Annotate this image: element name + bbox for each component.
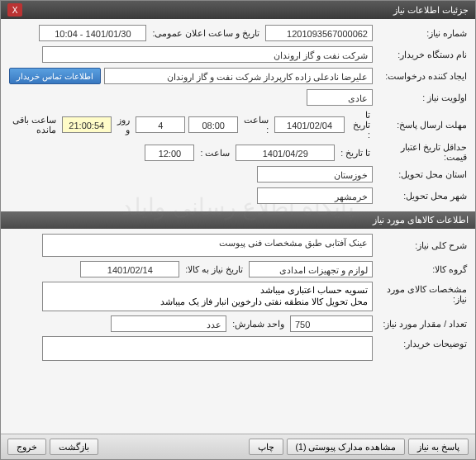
delivery-province-label: استان محل تحویل: <box>376 169 467 179</box>
footer-bar: پاسخ به نیاز مشاهده مدارک پیوستی (1) چاپ… <box>1 434 475 459</box>
row-need-number: شماره نیاز: 1201093567000062 تاریخ و ساع… <box>9 24 467 42</box>
app-window: جزئیات اطلاعات نیاز X پایگاه اطلاع رسانی… <box>0 0 476 460</box>
response-date: 1401/02/04 <box>274 116 345 133</box>
need-date-value: 1401/02/14 <box>80 261 179 277</box>
specs-value <box>42 282 373 311</box>
public-date-value: 1401/01/30 - 10:04 <box>39 25 146 41</box>
row-buyer-notes: توضیحات خریدار: <box>9 336 467 361</box>
content-area: پایگاه اطلاع رسانی وایلد ۰۲۱-۸۸۳۴۹۶۷۰-۵ … <box>1 19 475 434</box>
row-priority: اولویت نیاز : عادی <box>9 88 467 107</box>
attachments-button[interactable]: مشاهده مدارک پیوستی (1) <box>287 439 406 455</box>
response-time: 08:00 <box>188 116 238 133</box>
need-number-value: 1201093567000062 <box>265 25 373 41</box>
requester-label: ایجاد کننده درخواست: <box>376 71 467 81</box>
group-label: گروه کالا: <box>376 264 467 274</box>
response-countdown: 21:00:54 <box>62 116 112 133</box>
quantity-label: تعداد / مقدار مورد نیاز: <box>376 319 467 329</box>
unit-label: واحد شمارش: <box>230 319 287 329</box>
delivery-province-value: خوزستان <box>257 166 373 183</box>
response-to-label: تا تاریخ : <box>348 110 373 140</box>
price-time-label: ساعت : <box>198 148 232 158</box>
back-button[interactable]: بازگشت <box>50 439 98 455</box>
close-icon[interactable]: X <box>7 3 22 17</box>
row-group: گروه کالا: لوازم و تجهیزات امدادی تاریخ … <box>9 260 467 278</box>
buyer-notes-label: توضیحات خریدار: <box>376 336 467 349</box>
need-number-label: شماره نیاز: <box>376 28 467 38</box>
response-days: 4 <box>136 116 185 133</box>
specs-label: مشخصات کالای مورد نیاز: <box>376 282 467 304</box>
description-value: عینک آفتابی طبق مشخصات فنی پیوست <box>42 234 373 257</box>
response-days-label: روز و <box>115 115 132 135</box>
buyer-org-value: شرکت نفت و گاز اروندان <box>42 46 373 63</box>
delivery-city-value: خرمشهر <box>257 187 373 204</box>
row-delivery-city: شهر محل تحویل: خرمشهر <box>9 187 467 205</box>
price-to-label: تا تاریخ : <box>338 148 373 158</box>
price-date: 1401/04/29 <box>236 145 335 161</box>
window-title: جزئیات اطلاعات نیاز <box>393 5 469 16</box>
response-deadline-label: مهلت ارسال پاسخ: <box>376 120 467 130</box>
need-date-label: تاریخ نیاز به کالا: <box>183 264 245 274</box>
respond-button[interactable]: پاسخ به نیاز <box>408 439 469 455</box>
quantity-value: 750 <box>290 315 373 332</box>
response-time-label: ساعت : <box>241 115 271 135</box>
buyer-org-label: نام دستگاه خریدار: <box>376 50 467 59</box>
exit-button[interactable]: خروج <box>7 439 46 455</box>
response-remain-label: ساعت باقی مانده <box>9 115 59 135</box>
contact-buyer-button[interactable]: اطلاعات تماس خریدار <box>9 68 101 84</box>
description-label: شرح کلی نیاز: <box>376 240 467 250</box>
buyer-notes-value <box>42 336 373 361</box>
row-requester: ایجاد کننده درخواست: علیرضا نادعلی زاده … <box>9 67 467 85</box>
row-specs: مشخصات کالای مورد نیاز: <box>9 282 467 311</box>
footer-spacer <box>102 439 245 455</box>
row-price-validity: حداقل تاریخ اعتبار قیمت: تا تاریخ : 1401… <box>9 143 467 162</box>
requester-value: علیرضا نادعلی زاده کارپرداز شرکت نفت و گ… <box>104 68 373 84</box>
priority-label: اولویت نیاز : <box>376 92 467 102</box>
priority-value: عادی <box>307 89 373 106</box>
section-goods-header: اطلاعات کالاهای مورد نیاز <box>1 211 475 229</box>
unit-value: عدد <box>111 315 226 332</box>
row-response-deadline: مهلت ارسال پاسخ: تا تاریخ : 1401/02/04 س… <box>9 110 467 140</box>
group-value: لوازم و تجهیزات امدادی <box>249 261 373 277</box>
price-time: 12:00 <box>145 145 194 161</box>
row-delivery-province: استان محل تحویل: خوزستان <box>9 165 467 183</box>
row-description: شرح کلی نیاز: عینک آفتابی طبق مشخصات فنی… <box>9 234 467 257</box>
public-date-label: تاریخ و ساعت اعلان عمومی: <box>150 28 262 38</box>
titlebar: جزئیات اطلاعات نیاز X <box>1 1 475 19</box>
row-quantity: تعداد / مقدار مورد نیاز: 750 واحد شمارش:… <box>9 315 467 333</box>
row-buyer-org: نام دستگاه خریدار: شرکت نفت و گاز اروندا… <box>9 45 467 64</box>
price-validity-label: حداقل تاریخ اعتبار قیمت: <box>376 143 467 162</box>
delivery-city-label: شهر محل تحویل: <box>376 191 467 201</box>
print-button[interactable]: چاپ <box>249 439 283 455</box>
